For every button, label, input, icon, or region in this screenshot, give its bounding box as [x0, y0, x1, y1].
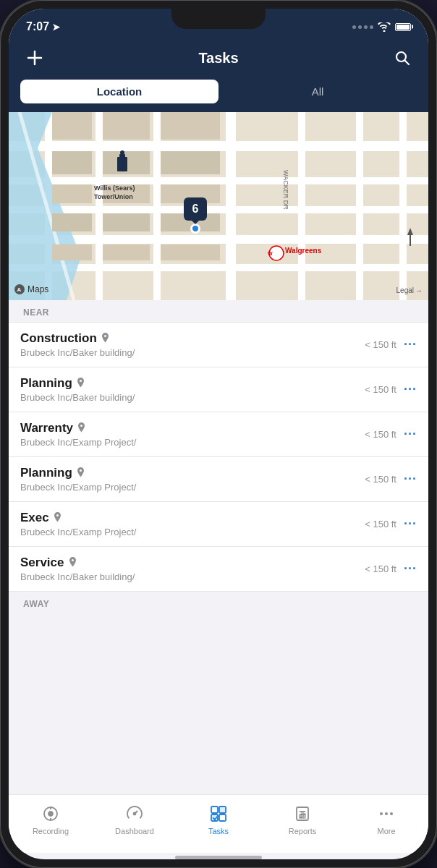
search-button[interactable]: [391, 46, 414, 69]
signal-dot-3: [364, 25, 368, 29]
svg-text:WACKER DR: WACKER DR: [282, 170, 289, 210]
svg-rect-27: [103, 213, 150, 231]
task-item[interactable]: Planning Brubeck Inc/Baker building/ < 1…: [9, 367, 428, 412]
task-name-1: Planning: [20, 376, 72, 391]
away-section-header: AWAY: [9, 592, 428, 613]
svg-rect-5: [9, 141, 428, 151]
maps-label: Maps: [27, 284, 48, 294]
dashboard-icon: [124, 804, 145, 824]
task-name-row-4: Exec: [20, 511, 365, 525]
svg-point-35: [120, 150, 124, 155]
cluster-count: 6: [184, 197, 207, 221]
battery-fill: [396, 25, 410, 30]
reports-label: Reports: [289, 827, 317, 835]
task-name-row-2: Warrenty: [20, 421, 365, 435]
task-distance-3: < 150 ft: [365, 474, 396, 485]
task-right-1: < 150 ft ···: [365, 382, 417, 397]
task-more-button-3[interactable]: ···: [404, 472, 417, 487]
task-left-2: Warrenty Brubeck Inc/Examp Project/: [20, 421, 365, 448]
svg-rect-12: [153, 112, 161, 300]
cluster-badge[interactable]: 6: [182, 197, 208, 237]
task-item[interactable]: Warrenty Brubeck Inc/Examp Project/ < 15…: [9, 412, 428, 457]
task-item[interactable]: Construction Brubeck Inc/Baker building/…: [9, 322, 428, 367]
status-time: 7:07 ➤: [26, 20, 60, 33]
signal-dot-2: [358, 25, 362, 29]
task-sub-0: Brubeck Inc/Baker building/: [20, 347, 365, 358]
task-distance-1: < 150 ft: [365, 384, 396, 395]
notch: [171, 9, 266, 29]
tab-bar-reports[interactable]: Reports: [260, 801, 344, 838]
recording-icon: [41, 804, 61, 824]
map-area[interactable]: WACKER DR Willis (Sears) Tower/Union W W…: [9, 112, 428, 300]
tab-bar-tasks[interactable]: Tasks: [177, 801, 260, 838]
task-location-icon-4: [54, 512, 61, 524]
task-location-icon-0: [101, 333, 109, 345]
task-item[interactable]: Planning Brubeck Inc/Examp Project/ < 15…: [9, 457, 428, 502]
task-distance-0: < 150 ft: [365, 339, 396, 350]
arrow-icon: →: [415, 286, 423, 294]
tab-bar-dashboard[interactable]: Dashboard: [93, 801, 177, 838]
tab-bar-more[interactable]: More: [344, 801, 428, 838]
task-left-5: Service Brubeck Inc/Baker building/: [20, 556, 365, 582]
svg-point-66: [390, 812, 393, 815]
svg-point-46: [48, 812, 53, 816]
svg-text:Tower/Union: Tower/Union: [94, 193, 133, 200]
task-right-0: < 150 ft ···: [365, 337, 417, 352]
near-task-list: Construction Brubeck Inc/Baker building/…: [9, 322, 428, 592]
task-name-3: Planning: [20, 466, 72, 480]
task-name-0: Construction: [20, 331, 97, 346]
svg-rect-29: [52, 244, 92, 260]
tasks-icon: [208, 804, 229, 824]
legal-text: Legal: [396, 286, 414, 294]
svg-rect-34: [119, 154, 125, 160]
svg-point-65: [385, 812, 388, 815]
tab-bar-recording[interactable]: Recording: [9, 801, 93, 838]
svg-rect-31: [161, 244, 220, 260]
more-icon: [376, 804, 396, 824]
svg-rect-19: [161, 112, 220, 140]
time-display: 7:07: [26, 20, 49, 33]
task-left-4: Exec Brubeck Inc/Examp Project/: [20, 511, 365, 537]
task-name-4: Exec: [20, 511, 49, 525]
task-more-button-1[interactable]: ···: [404, 382, 417, 397]
reports-icon: [292, 804, 313, 824]
task-sub-3: Brubeck Inc/Examp Project/: [20, 482, 365, 493]
svg-text:Willis (Sears): Willis (Sears): [94, 184, 135, 192]
svg-rect-23: [52, 184, 92, 203]
location-arrow-icon: ➤: [52, 22, 60, 33]
tab-location[interactable]: Location: [20, 80, 218, 103]
svg-rect-7: [9, 206, 428, 213]
header: Tasks: [9, 41, 428, 80]
task-sub-5: Brubeck Inc/Baker building/: [20, 571, 365, 582]
signal-dot-4: [370, 25, 373, 29]
task-item[interactable]: Exec Brubeck Inc/Examp Project/ < 150 ft…: [9, 502, 428, 547]
task-location-icon-5: [69, 557, 77, 569]
tab-all[interactable]: All: [218, 80, 417, 103]
task-right-4: < 150 ft ···: [365, 516, 417, 532]
svg-rect-15: [356, 112, 363, 300]
task-distance-2: < 150 ft: [365, 429, 396, 440]
add-button[interactable]: [23, 46, 46, 69]
task-location-icon-3: [77, 467, 85, 480]
task-name-row-3: Planning: [20, 466, 365, 480]
task-item[interactable]: Service Brubeck Inc/Baker building/ < 15…: [9, 547, 428, 592]
task-more-button-2[interactable]: ···: [404, 427, 417, 442]
task-more-button-4[interactable]: ···: [404, 516, 417, 532]
svg-point-50: [134, 813, 136, 815]
task-more-button-5[interactable]: ···: [404, 561, 417, 576]
svg-rect-51: [211, 807, 218, 813]
task-name-row-0: Construction: [20, 331, 365, 346]
task-left-0: Construction Brubeck Inc/Baker building/: [20, 331, 365, 358]
task-location-icon-1: [77, 378, 85, 390]
svg-rect-63: [304, 814, 305, 818]
list-area: NEAR Construction Brubeck Inc/Baker buil…: [9, 300, 428, 794]
task-more-button-0[interactable]: ···: [404, 337, 417, 352]
recording-label: Recording: [33, 827, 69, 835]
task-name-row-5: Service: [20, 556, 365, 570]
svg-rect-26: [52, 213, 92, 231]
svg-rect-11: [96, 112, 103, 300]
signal-dots: [352, 25, 373, 29]
task-right-3: < 150 ft ···: [365, 472, 417, 487]
svg-rect-22: [161, 151, 220, 174]
page-title: Tasks: [198, 50, 238, 67]
